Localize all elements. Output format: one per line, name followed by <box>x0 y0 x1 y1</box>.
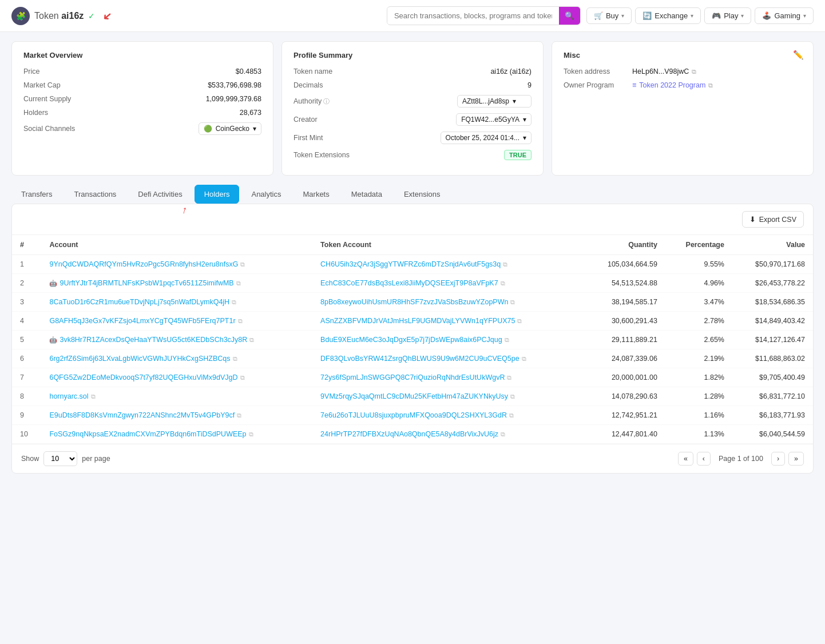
account-link[interactable]: 9UrftYJtrT4jBRMTLNFsKPsbW1pqcTv6511Z5imi… <box>60 279 233 287</box>
tab-analytics[interactable]: Analytics <box>241 185 291 204</box>
title-token: Token <box>34 11 61 21</box>
token-account-copy-icon[interactable]: ⧉ <box>501 280 505 287</box>
row-account: FoSGz9nqNkpsaEX2nadmCXVmZPYBdqn6mTiDSdPU… <box>41 425 312 444</box>
account-copy-icon[interactable]: ⧉ <box>233 355 237 363</box>
cards-row: Market Overview Price $0.4853 Market Cap… <box>11 41 814 176</box>
social-channels-row: Social Channels 🟢 CoinGecko ▾ <box>23 122 261 135</box>
account-copy-icon[interactable]: ⧉ <box>240 261 245 268</box>
owner-program-value: ≡ Token 2022 Program ⧉ <box>632 81 713 89</box>
token-account-copy-icon[interactable]: ⧉ <box>507 374 511 381</box>
decimals-value: 9 <box>527 81 532 89</box>
account-link[interactable]: hornyarc.sol <box>49 392 88 400</box>
price-label: Price <box>23 67 39 75</box>
account-link[interactable]: 6QFG5Zw2DEoMeDkvooqS7t7yf82UQEGHxuViMx9d… <box>49 373 237 381</box>
tab-extensions[interactable]: Extensions <box>394 185 450 204</box>
first-page-button[interactable]: « <box>678 452 693 466</box>
edit-icon[interactable]: ✏️ <box>793 50 804 60</box>
row-token-account: 72ys6fSpmLJnSWGGPQ8C7riQuzioRqNhdrEsUtUk… <box>312 368 585 387</box>
account-copy-icon[interactable]: ⧉ <box>232 299 236 306</box>
next-page-button[interactable]: › <box>771 452 785 466</box>
social-channels-label: Social Channels <box>23 125 75 133</box>
account-link[interactable]: FoSGz9nqNkpsaEX2nadmCXVmZPYBdqn6mTiDSdPU… <box>49 430 246 438</box>
row-token-account: ASnZZXBFVMDJrVAtJmHsLF9UGMDVajLYVWn1qYFP… <box>312 312 585 331</box>
per-page-select[interactable]: 10 25 50 100 <box>43 451 77 466</box>
first-mint-select[interactable]: October 25, 2024 01:4... ▾ <box>441 132 532 144</box>
tab-holders[interactable]: Holders <box>195 185 240 204</box>
token-address-copy-icon[interactable]: ⧉ <box>692 68 696 75</box>
token-account-copy-icon[interactable]: ⧉ <box>522 355 526 363</box>
token-account-copy-icon[interactable]: ⧉ <box>510 393 515 400</box>
token-account-copy-icon[interactable]: ⧉ <box>517 317 522 325</box>
token-account-link[interactable]: 24rHPrTP27fDFBXzUqNAo8QbnQE5A8y4dBrVixJv… <box>320 430 498 438</box>
owner-program-copy-icon[interactable]: ⧉ <box>708 82 713 89</box>
row-account: E9uDts8F8D8KsVmnZgwyn722ANShnc2MvT5v4GPb… <box>41 406 312 425</box>
token-account-link[interactable]: EchC83CoE77dsBq3sLexi8JiiMyDQSEExjT9P8aV… <box>320 279 498 287</box>
authority-select[interactable]: AZtt8L...jAd8sp ▾ <box>457 95 532 108</box>
tab-transactions[interactable]: Transactions <box>64 185 126 204</box>
profile-summary-card: Profile Summary Token name ai16z (ai16z)… <box>281 41 544 176</box>
export-csv-button[interactable]: ⬇ Export CSV <box>742 211 804 228</box>
account-link[interactable]: 8CaTuoD1r6CzR1mu6ueTDvjNpLj7sq5nWafDLymk… <box>49 298 229 306</box>
row-account: 8CaTuoD1r6CzR1mu6ueTDvjNpLj7sq5nWafDLymk… <box>41 293 312 312</box>
account-copy-icon[interactable]: ⧉ <box>249 336 254 344</box>
account-copy-icon[interactable]: ⧉ <box>240 374 245 381</box>
token-account-link[interactable]: 9VMz5rqySJqaQmtLC9cDMu25KFetbHm47aZUKYNk… <box>320 392 508 400</box>
buy-button[interactable]: 🛒 Buy ▾ <box>586 7 632 24</box>
row-num: 7 <box>12 368 41 387</box>
token-account-link[interactable]: DF83QLvoBsYRW41ZsrgQhBLWUS9U9w6M2CU9uCVE… <box>320 355 519 363</box>
gaming-button[interactable]: 🕹️ Gaming ▾ <box>755 7 814 24</box>
verified-icon: ✓ <box>88 11 95 21</box>
creator-select[interactable]: FQ1W42...e5GyYA ▾ <box>456 113 532 126</box>
account-copy-icon[interactable]: ⧉ <box>237 412 241 419</box>
search-input[interactable] <box>387 7 559 24</box>
bot-icon: 🤖 <box>49 336 57 344</box>
header-arrow-icon: ➜ <box>99 7 115 24</box>
token-account-link[interactable]: ASnZZXBFVMDJrVAtJmHsLF9UGMDVajLYVWn1qYFP… <box>320 317 515 325</box>
token-account-link[interactable]: 72ys6fSpmLJnSWGGPQ8C7riQuzioRqNhdrEsUtUk… <box>320 373 505 381</box>
account-link[interactable]: E9uDts8F8D8KsVmnZgwyn722ANShnc2MvT5v4GPb… <box>49 411 235 419</box>
row-num: 8 <box>12 387 41 406</box>
market-overview-card: Market Overview Price $0.4853 Market Cap… <box>11 41 273 176</box>
token-account-copy-icon[interactable]: ⧉ <box>509 412 514 419</box>
row-quantity: 14,078,290.63 <box>585 387 665 406</box>
token-account-link[interactable]: BduE9XEucM6eC3oJqDgxE5p7j7jDsWEpw8aix6PC… <box>320 336 502 344</box>
token-account-copy-icon[interactable]: ⧉ <box>510 299 515 306</box>
authority-info-icon[interactable]: ⓘ <box>323 97 330 106</box>
token-account-link[interactable]: CH6U5ih3zQAr3jSggYTWFRZc6mDTzSnjdAv6utF5… <box>320 260 501 268</box>
account-copy-icon[interactable]: ⧉ <box>238 317 243 325</box>
tab-defi-activities[interactable]: Defi Activities <box>128 185 192 204</box>
account-link[interactable]: 9YnQdCWDAQRfQYm5HvRzoPgc5GRn8fyhsH2eru8n… <box>49 260 238 268</box>
header-right: 🔍 🛒 Buy ▾ 🔄 Exchange ▾ 🎮 Play ▾ 🕹️ Gamin… <box>387 6 814 25</box>
first-mint-label: First Mint <box>293 134 323 142</box>
row-quantity: 54,513,524.88 <box>585 274 665 293</box>
col-value: Value <box>732 235 813 255</box>
account-copy-icon[interactable]: ⧉ <box>236 280 241 287</box>
play-button[interactable]: 🎮 Play ▾ <box>704 7 751 24</box>
token-account-copy-icon[interactable]: ⧉ <box>505 336 509 344</box>
row-percentage: 1.28% <box>665 387 732 406</box>
prev-page-button[interactable]: ‹ <box>697 452 711 466</box>
social-channels-select[interactable]: 🟢 CoinGecko ▾ <box>199 122 261 135</box>
row-account: hornyarc.sol ⧉ <box>41 387 312 406</box>
account-link[interactable]: G8AFH5qJ3eGx7vKFZsjo4LmxYCgTQ45WFb5FErq7… <box>49 317 235 325</box>
tab-metadata[interactable]: Metadata <box>342 185 392 204</box>
token-account-copy-icon[interactable]: ⧉ <box>503 261 507 268</box>
tab-markets[interactable]: Markets <box>293 185 339 204</box>
tab-transfers[interactable]: Transfers <box>11 185 62 204</box>
account-link[interactable]: 6rg2rfZ6Sim6j63LXvaLgbWicVGWhJUYHkCxgSHZ… <box>49 355 230 363</box>
account-copy-icon[interactable]: ⧉ <box>91 393 96 400</box>
account-link[interactable]: 3vk8Hr7R1ZAcexDsQeHaaYTWsUG5ct6KEDbSCh3c… <box>60 336 247 344</box>
row-percentage: 1.13% <box>665 425 732 444</box>
token-account-link[interactable]: 7e6u26oTJLUuU8sjuxpbpruMFXQooa9DQL2SHXYL… <box>320 411 507 419</box>
search-button[interactable]: 🔍 <box>559 7 580 25</box>
token-program-link[interactable]: Token 2022 Program <box>639 81 705 89</box>
row-value: $26,453,778.22 <box>732 274 813 293</box>
last-page-button[interactable]: » <box>788 452 804 466</box>
row-value: $6,040,544.59 <box>732 425 813 444</box>
exchange-button[interactable]: 🔄 Exchange ▾ <box>635 7 701 24</box>
account-copy-icon[interactable]: ⧉ <box>249 431 253 438</box>
token-account-link[interactable]: 8pBo8xeywoUihUsmUR8HhSF7zvzJVaSbsBzuwYZo… <box>320 298 508 306</box>
token-account-copy-icon[interactable]: ⧉ <box>501 431 505 438</box>
row-value: $6,183,771.93 <box>732 406 813 425</box>
table-row: 8 hornyarc.sol ⧉ 9VMz5rqySJqaQmtLC9cDMu2… <box>12 387 813 406</box>
